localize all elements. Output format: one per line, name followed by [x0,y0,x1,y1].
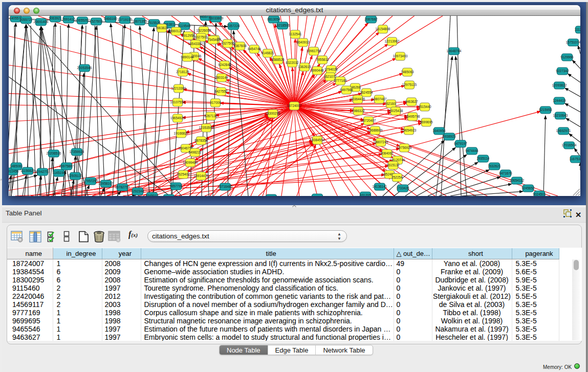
svg-text:2935114: 2935114 [477,157,490,160]
svg-text:2718126: 2718126 [176,70,189,74]
svg-text:1485081: 1485081 [10,164,23,168]
svg-text:19218506: 19218506 [275,24,290,27]
svg-text:19756928: 19756928 [397,146,412,149]
svg-text:8640910: 8640910 [296,40,310,44]
svg-text:874012: 874012 [312,195,323,196]
svg-text:9146821: 9146821 [261,51,274,55]
svg-text:9227342: 9227342 [556,69,569,73]
svg-text:16033809: 16033809 [209,16,224,20]
svg-text:9657791: 9657791 [169,184,183,188]
svg-text:2087682: 2087682 [364,17,378,21]
svg-text:1527602: 1527602 [90,19,103,23]
svg-text:7986322: 7986322 [352,109,365,113]
svg-text:1588520: 1588520 [271,58,285,61]
svg-text:10973493: 10973493 [393,54,408,58]
svg-text:252254: 252254 [391,176,403,179]
svg-text:10807487: 10807487 [372,97,387,101]
svg-text:16914479: 16914479 [194,174,209,178]
svg-text:10961758: 10961758 [307,49,321,53]
svg-text:16210643: 16210643 [553,114,568,117]
svg-text:17359924: 17359924 [70,150,84,154]
svg-text:11156829: 11156829 [20,169,35,172]
svg-text:12213967: 12213967 [385,39,400,43]
svg-text:1640956: 1640956 [432,129,446,133]
svg-text:931205: 931205 [360,193,371,196]
svg-text:16782759: 16782759 [115,185,130,189]
svg-text:6466160: 6466160 [104,17,117,20]
svg-text:12093822: 12093822 [552,83,567,87]
svg-text:8215953: 8215953 [539,108,552,112]
svg-text:10719155: 10719155 [118,18,133,21]
svg-text:19654925: 19654925 [170,116,185,120]
svg-text:20364436: 20364436 [351,97,365,101]
svg-text:9242848: 9242848 [218,63,231,67]
svg-text:12353594: 12353594 [199,126,214,129]
svg-text:8878354: 8878354 [194,139,208,142]
svg-text:917006: 917006 [210,101,221,104]
svg-text:9084067: 9084067 [380,151,394,155]
svg-text:10654112: 10654112 [510,179,525,182]
svg-text:8990448: 8990448 [311,69,324,72]
svg-text:1615132: 1615132 [386,163,400,167]
svg-text:1362615: 1362615 [298,65,311,69]
svg-text:2367608: 2367608 [233,44,247,48]
svg-text:9515440: 9515440 [418,105,431,108]
svg-text:17957255: 17957255 [83,179,98,183]
svg-text:9063921: 9063921 [49,16,62,20]
svg-text:9245012: 9245012 [145,194,159,196]
svg-text:5498222: 5498222 [188,150,202,154]
svg-text:1244419: 1244419 [553,99,566,102]
svg-text:12505135: 12505135 [68,174,83,178]
svg-text:9777169: 9777169 [334,79,347,82]
svg-text:14099489: 14099489 [183,161,198,164]
svg-text:7691412: 7691412 [62,17,75,21]
svg-text:754546: 754546 [207,38,219,41]
svg-text:8813054: 8813054 [267,17,280,21]
svg-text:7485063: 7485063 [401,70,414,74]
svg-text:16648784: 16648784 [447,49,462,53]
svg-text:20691406: 20691406 [34,20,49,24]
svg-text:8471676: 8471676 [499,171,512,175]
svg-text:14136141: 14136141 [373,185,387,188]
svg-text:9890144: 9890144 [181,55,194,59]
svg-text:9024501: 9024501 [533,192,546,196]
svg-text:17016504: 17016504 [562,143,577,147]
svg-text:10107554: 10107554 [170,100,185,104]
svg-text:16154808: 16154808 [376,27,390,31]
svg-text:6479197: 6479197 [454,142,467,145]
svg-text:6938923: 6938923 [443,135,456,138]
svg-text:9245652: 9245652 [521,186,535,190]
svg-text:15226058: 15226058 [197,29,211,32]
svg-text:9327508: 9327508 [221,41,234,45]
svg-text:19166827: 19166827 [174,132,189,135]
svg-text:2803144: 2803144 [215,76,228,79]
svg-text:10025438: 10025438 [388,109,403,113]
svg-text:1621072: 1621072 [323,75,337,78]
svg-text:16543382: 16543382 [188,42,203,46]
svg-text:10688609: 10688609 [368,128,383,132]
svg-text:8267130: 8267130 [204,114,217,118]
svg-text:1132541: 1132541 [289,32,302,36]
svg-text:7955812: 7955812 [316,58,329,61]
svg-text:8454749: 8454749 [248,47,261,51]
svg-text:8427552: 8427552 [214,90,228,93]
svg-text:9129966: 9129966 [560,55,574,59]
svg-text:1167534: 1167534 [570,157,580,161]
svg-text:19692971: 19692971 [556,129,571,133]
svg-text:15716485: 15716485 [218,185,233,188]
svg-text:12213389: 12213389 [171,86,186,90]
svg-text:8660124: 8660124 [169,29,183,33]
svg-text:8912954: 8912954 [182,34,195,37]
svg-text:20206516: 20206516 [47,151,61,155]
svg-text:19384554: 19384554 [310,138,325,142]
svg-text:1733426: 1733426 [396,186,409,190]
svg-text:10655267: 10655267 [75,18,90,22]
svg-text:12942757: 12942757 [35,170,50,173]
svg-text:12975115: 12975115 [402,83,417,86]
svg-text:10958107: 10958107 [99,182,114,185]
svg-text:1145194: 1145194 [53,171,66,174]
svg-text:19654923: 19654923 [402,128,417,132]
svg-text:8322032: 8322032 [286,61,299,64]
svg-text:18300295: 18300295 [266,112,280,115]
svg-text:15751074: 15751074 [566,40,580,44]
